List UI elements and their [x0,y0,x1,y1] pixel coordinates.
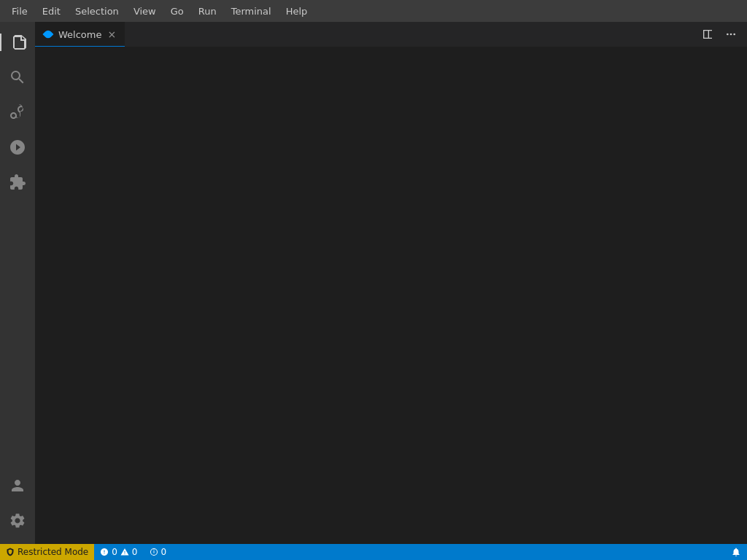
menu-help[interactable]: Help [280,3,314,20]
tab-welcome-label: Welcome [58,29,101,40]
tab-bar: Welcome × [35,22,747,47]
menu-go[interactable]: Go [165,3,190,20]
svg-point-2 [733,34,735,36]
menu-selection[interactable]: Selection [69,3,125,20]
notifications-button[interactable] [725,544,747,560]
vscode-tab-icon [42,28,54,40]
sidebar-item-run-debug[interactable] [0,130,35,165]
errors-button[interactable]: 0 0 [94,544,143,560]
menu-file[interactable]: File [6,3,34,20]
sidebar-item-extensions[interactable] [0,165,35,200]
split-editor-button[interactable] [697,24,718,44]
settings-icon[interactable] [0,503,35,538]
more-actions-button[interactable] [721,24,741,44]
status-bar: Restricted Mode 0 0 0 [0,544,747,560]
errors-count: 0 [112,547,117,557]
tab-close-welcome[interactable]: × [106,28,117,40]
restricted-mode-button[interactable]: Restricted Mode [0,544,94,560]
menu-view[interactable]: View [128,3,162,20]
ports-button[interactable]: 0 [144,544,173,560]
sidebar-item-source-control[interactable] [0,95,35,130]
editor-content[interactable] [35,47,747,544]
editor-area: Welcome × [35,22,747,544]
menu-edit[interactable]: Edit [36,3,66,20]
activity-bar [0,22,35,544]
account-icon[interactable] [0,468,35,503]
sidebar-item-search[interactable] [0,60,35,95]
sidebar-item-explorer[interactable] [0,25,35,60]
ports-count: 0 [161,547,167,557]
restricted-mode-label: Restricted Mode [18,547,88,557]
app-body: Welcome × [0,22,747,544]
menu-run[interactable]: Run [193,3,222,20]
tab-bar-actions [692,22,747,47]
tab-welcome[interactable]: Welcome × [35,22,125,47]
svg-point-0 [727,34,729,36]
status-bar-left: Restricted Mode 0 0 0 [0,544,172,560]
menu-bar: File Edit Selection View Go Run Terminal… [0,0,747,22]
status-bar-right [725,544,747,560]
warnings-count: 0 [132,547,138,557]
menu-terminal[interactable]: Terminal [225,3,277,20]
activity-bar-bottom [0,468,35,544]
svg-point-1 [730,34,732,36]
